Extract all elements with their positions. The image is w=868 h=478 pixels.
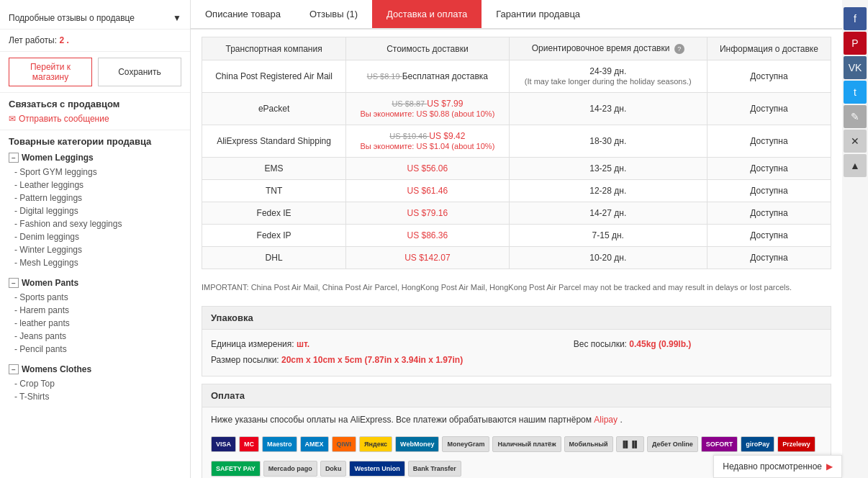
table-row: ePacketUS $8.87 US $7.99Вы экономите: US… (202, 93, 831, 125)
mercadopago-icon: Mercado pago (263, 461, 317, 477)
list-item[interactable]: - Jeans pants (14, 330, 181, 343)
seller-reviews-label: Подробные отзывы о продавце (9, 13, 135, 23)
save-store-button[interactable]: Сохранить (98, 58, 181, 86)
category-group-pants: − Women Pants - Sports pants - Harem pan… (9, 278, 181, 356)
twitter-button[interactable]: t (844, 81, 867, 104)
clothes-items: - Crop Top - T-Shirts (9, 377, 181, 403)
time-cell: 10-20 дн. (509, 247, 707, 269)
leggings-items: - Sport GYM leggings - Leather leggings … (9, 166, 181, 269)
availability-cell: Доступна (707, 180, 831, 202)
close-button[interactable]: ✕ (844, 130, 867, 153)
list-item[interactable]: - Mesh Leggings (14, 256, 181, 269)
collapse-icon[interactable]: − (9, 153, 19, 163)
list-item[interactable]: - Crop Top (14, 377, 181, 390)
table-row: China Post Registered Air MailUS $8.19 Б… (202, 60, 831, 93)
sidebar: Подробные отзывы о продавце ▼ Лет работы… (0, 0, 191, 478)
availability-cell: Доступна (707, 93, 831, 125)
price-cell: US $79.16 (346, 202, 509, 225)
go-to-store-button[interactable]: Перейти к магазину (9, 58, 92, 86)
debit-online-icon: Дебет Online (647, 436, 698, 452)
list-item[interactable]: - Digital leggings (14, 204, 181, 217)
list-item[interactable]: - Fashion and sexy leggings (14, 217, 181, 230)
scroll-up-button[interactable]: ▲ (844, 154, 867, 177)
list-item[interactable]: - Sports pants (14, 291, 181, 304)
list-item[interactable]: - Pattern leggings (14, 191, 181, 204)
weight-value: 0.45kg (0.99lb.) (629, 339, 691, 349)
westernunion-icon: Western Union (349, 461, 404, 477)
tabs-bar: Описание товара Отзывы (1) Доставка и оп… (191, 0, 842, 30)
category-group-clothes-label: Womens Clothes (22, 364, 91, 374)
alipay-link[interactable]: Alipay (594, 415, 618, 425)
vk-button[interactable]: VK (844, 56, 867, 79)
seller-reviews-section[interactable]: Подробные отзывы о продавце ▼ (0, 7, 190, 30)
tab-shipping[interactable]: Доставка и оплата (372, 0, 482, 28)
category-group-pants-header[interactable]: − Women Pants (9, 278, 181, 288)
years-label: Лет работы: (9, 35, 57, 45)
payment-icons-row1: VISA MC Maestro AMEX QIWI Яндекс WebMone… (202, 432, 831, 456)
store-actions: Перейти к магазину Сохранить (0, 52, 190, 93)
category-group-clothes-header[interactable]: − Womens Clothes (9, 364, 181, 374)
banktransfer-icon: Bank Transfer (408, 461, 461, 477)
info-icon[interactable]: ? (674, 44, 684, 54)
giropay-icon: giroPay (741, 436, 774, 452)
col-cost: Стоимость доставки (346, 37, 509, 60)
packaging-body: Единица измерения: шт. Вес посылки: 0.45… (202, 330, 831, 375)
collapse-icon[interactable]: − (9, 278, 19, 288)
qiwi-icon: QIWI (332, 436, 357, 452)
list-item[interactable]: - Leather leggings (14, 179, 181, 191)
chevron-right-icon: ▶ (826, 461, 833, 472)
amex-icon: AMEX (300, 436, 329, 452)
price-cell: US $61.46 (346, 180, 509, 202)
weight-label: Вес посылки: (574, 339, 627, 349)
moneygram-icon: MoneyGram (442, 436, 489, 452)
col-time: Ориентировочное время доставки ? (509, 37, 707, 60)
maestro-icon: Maestro (262, 436, 297, 452)
company-cell: DHL (202, 247, 346, 269)
collapse-icon[interactable]: − (9, 364, 19, 374)
facebook-button[interactable]: f (844, 7, 867, 30)
shipping-note: IMPORTANT: China Post Air Mail, China Po… (191, 276, 842, 299)
list-item[interactable]: - Denim leggings (14, 230, 181, 243)
edit-button[interactable]: ✎ (844, 105, 867, 128)
list-item[interactable]: - leather pants (14, 317, 181, 330)
availability-cell: Доступна (707, 202, 831, 225)
mastercard-icon: MC (239, 436, 259, 452)
category-group-leggings: − Women Leggings - Sport GYM leggings - … (9, 153, 181, 269)
list-item[interactable]: - Sport GYM leggings (14, 166, 181, 179)
list-item[interactable]: - Pencil pants (14, 343, 181, 356)
list-item[interactable]: - Harem pants (14, 304, 181, 317)
visa-icon: VISA (211, 436, 236, 452)
availability-cell: Доступна (707, 125, 831, 158)
yandex-icon: Яндекс (359, 436, 392, 452)
availability-cell: Доступна (707, 60, 831, 93)
price-cell: US $8.19 Бесплатная доставка (346, 60, 509, 93)
packaging-title: Упаковка (202, 307, 831, 330)
table-row: DHLUS $142.0710-20 дн.Доступна (202, 247, 831, 269)
main-content: Описание товара Отзывы (1) Доставка и оп… (191, 0, 842, 478)
shipping-table: Транспортная компания Стоимость доставки… (202, 37, 831, 269)
envelope-icon: ✉ (9, 114, 16, 124)
category-group-pants-label: Women Pants (22, 278, 78, 288)
pants-items: - Sports pants - Harem pants - leather p… (9, 291, 181, 356)
list-item[interactable]: - T-Shirts (14, 390, 181, 403)
time-cell: 18-30 дн. (509, 125, 707, 158)
send-message-label: Отправить сообщение (19, 114, 109, 124)
years-value: 2 . (59, 35, 68, 45)
pinterest-button[interactable]: P (844, 32, 867, 55)
barcode-icon: ▐▌▐▌ (616, 436, 645, 452)
price-cell: US $142.07 (346, 247, 509, 269)
unit-value: шт. (297, 339, 309, 349)
time-cell: 13-25 дн. (509, 158, 707, 180)
send-message-link[interactable]: ✉ Отправить сообщение (9, 114, 181, 124)
payment-note: Ниже указаны способы оплаты на AliExpres… (202, 407, 831, 432)
tab-reviews[interactable]: Отзывы (1) (295, 0, 372, 28)
contact-section: Связаться с продавцом ✉ Отправить сообще… (0, 93, 190, 130)
recently-viewed-bar[interactable]: Недавно просмотренное ▶ (713, 455, 842, 478)
safetypay-icon: SAFETY PAY (211, 461, 261, 477)
contact-title: Связаться с продавцом (9, 99, 181, 109)
category-group-leggings-header[interactable]: − Women Leggings (9, 153, 181, 163)
tab-guarantee[interactable]: Гарантии продавца (482, 0, 595, 28)
tab-description[interactable]: Описание товара (191, 0, 295, 28)
list-item[interactable]: - Winter Leggings (14, 243, 181, 256)
social-bar: f P VK t ✎ ✕ ▲ (842, 0, 868, 478)
